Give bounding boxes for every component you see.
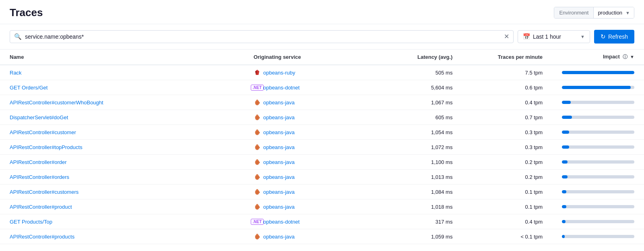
impact-bar-track [562,175,634,178]
impact-bar-fill [562,190,566,193]
table-row: APIRestController#order opbeans-java 1,1… [0,155,644,170]
java-icon [254,99,261,106]
service-cell: opbeans-java [254,203,363,210]
service-name-link[interactable]: opbeans-java [263,100,295,106]
service-name-link[interactable]: opbeans-ruby [263,70,295,76]
svg-point-15 [256,176,258,179]
service-cell: opbeans-java [254,114,363,121]
service-name-link[interactable]: opbeans-java [263,189,295,195]
service-name-link[interactable]: opbeans-java [263,159,295,165]
trace-name-link[interactable]: Rack [10,70,22,76]
service-cell: .NET opbeans-dotnet [254,84,363,91]
service-name-link[interactable]: opbeans-java [263,129,295,135]
env-label: Environment [554,7,594,18]
latency-cell: 1,072 ms [372,140,462,155]
impact-bar-track [562,235,634,238]
impact-bar-track [562,220,634,223]
refresh-button[interactable]: ↻ Refresh [594,30,634,44]
impact-bar-fill [562,205,566,208]
java-icon [254,233,261,240]
service-cell: opbeans-java [254,173,363,180]
impact-bar-fill [562,235,565,238]
dotnet-badge: .NET [251,219,264,225]
refresh-icon: ↻ [601,33,606,40]
impact-cell [552,214,644,229]
service-name-link[interactable]: opbeans-java [263,114,295,120]
service-name-link[interactable]: opbeans-java [263,144,295,150]
impact-bar-wrap [562,175,634,178]
impact-bar-fill [562,71,634,74]
latency-cell: 1,018 ms [372,199,462,214]
table-row: GET Orders/Get .NET opbeans-dotnet 5,604… [0,80,644,95]
impact-bar-fill [562,220,566,223]
col-header-name: Name [0,50,244,65]
impact-bar-fill [562,101,571,104]
trace-name-link[interactable]: DispatcherServlet#doGet [10,114,68,120]
trace-name-link[interactable]: APIRestController#customers [10,189,78,195]
trace-name-link[interactable]: APIRestController#order [10,159,67,165]
impact-bar-wrap [562,86,634,89]
ruby-icon [254,69,261,76]
clear-icon[interactable]: ✕ [504,33,509,40]
impact-cell [552,110,644,125]
service-name-link[interactable]: opbeans-java [263,204,295,210]
latency-cell: 505 ms [372,65,462,80]
java-icon [254,173,261,180]
search-input[interactable] [25,33,501,40]
col-header-latency: Latency (avg.) [372,50,462,65]
svg-point-7 [256,116,258,119]
impact-bar-wrap [562,190,634,193]
table-row: APIRestController#orders opbeans-java 1,… [0,170,644,185]
tpm-cell: 0.2 tpm [462,155,552,170]
col-header-impact: Impact ⓘ ▼ [552,50,644,65]
java-icon [254,203,261,210]
impact-bar-wrap [562,116,634,119]
trace-name-link[interactable]: APIRestController#product [10,204,72,210]
impact-bar-wrap [562,205,634,208]
dotnet-icon: .NET [254,84,261,91]
trace-name-link[interactable]: APIRestController#customerWhoBought [10,100,103,106]
impact-bar-track [562,205,634,208]
impact-cell [552,199,644,214]
dotnet-badge: .NET [251,85,264,91]
service-name-link[interactable]: opbeans-java [263,174,295,180]
latency-cell: 605 ms [372,110,462,125]
service-cell: .NET opbeans-dotnet [254,218,363,225]
trace-name-link[interactable]: APIRestController#products [10,234,74,240]
service-name-link[interactable]: opbeans-dotnet [263,85,299,91]
java-icon [254,143,261,151]
impact-bar-fill [562,116,572,119]
trace-name-link[interactable]: GET Orders/Get [10,85,47,91]
calendar-icon: 📅 [523,33,530,40]
impact-bar-track [562,86,634,89]
time-picker[interactable]: 📅 Last 1 hour ▼ [518,30,590,43]
svg-point-13 [256,161,258,164]
trace-name-link[interactable]: APIRestController#customer [10,129,76,135]
impact-bar-track [562,160,634,164]
env-value[interactable]: production ▼ [594,7,634,18]
tpm-cell: 0.1 tpm [462,185,552,199]
tpm-cell: 0.4 tpm [462,214,552,229]
impact-cell [552,140,644,155]
svg-point-11 [256,146,258,149]
environment-selector[interactable]: Environment production ▼ [554,7,634,19]
tpm-cell: 7.5 tpm [462,65,552,80]
service-name-link[interactable]: opbeans-dotnet [263,219,299,225]
tpm-cell: 0.3 tpm [462,125,552,140]
table-row: APIRestController#customer opbeans-java … [0,125,644,140]
table-body: Rack opbeans-ruby 505 ms7.5 tpm GET Orde… [0,65,644,244]
chevron-down-icon: ▼ [625,10,630,15]
service-name-link[interactable]: opbeans-java [263,234,295,240]
svg-point-17 [256,191,258,194]
header: Traces Environment production ▼ [0,0,644,24]
time-label: Last 1 hour [533,33,578,40]
service-cell: opbeans-java [254,158,363,166]
latency-cell: 1,100 ms [372,155,462,170]
trace-name-link[interactable]: APIRestController#topProducts [10,144,83,150]
impact-bar-track [562,116,634,119]
trace-name-link[interactable]: GET Products/Top [10,219,52,225]
sort-icon[interactable]: ▼ [630,54,634,59]
trace-name-link[interactable]: APIRestController#orders [10,174,69,180]
chevron-down-icon: ▼ [580,34,585,39]
table-row: APIRestController#product opbeans-java 1… [0,199,644,214]
